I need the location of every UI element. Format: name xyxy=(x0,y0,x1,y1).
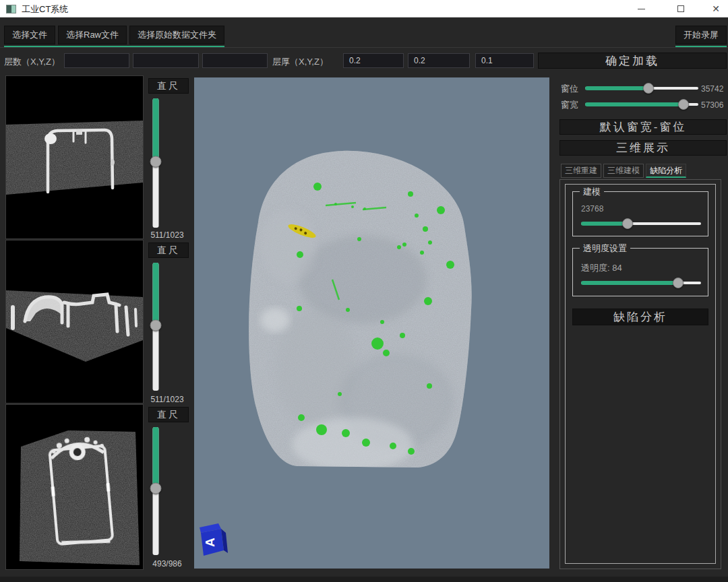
ruler-button-1[interactable]: 直尺 xyxy=(148,78,189,94)
start-record-button[interactable]: 开始录屏 xyxy=(675,26,727,44)
layers-label: 层数（X,Y,Z） xyxy=(4,56,60,68)
app-title: 工业CT系统 xyxy=(22,3,68,15)
slider-fill xyxy=(585,86,648,90)
default-window-button[interactable]: 默认窗宽-窗位 xyxy=(559,119,727,135)
modeling-group-title: 建模 xyxy=(580,186,604,198)
slider-thumb[interactable] xyxy=(150,156,161,168)
app-window: 工业CT系统 ✕ 选择文件 选择Raw文件 选择原始数据文件夹 开始录屏 层数（… xyxy=(0,0,728,582)
tab-3d-modeling[interactable]: 三维建模 xyxy=(603,164,644,178)
tab-3d-reconstruction[interactable]: 三维重建 xyxy=(561,164,601,178)
thickness-x-input[interactable]: 0.2 xyxy=(343,53,404,68)
slider-thumb[interactable] xyxy=(643,83,654,94)
slider-fill xyxy=(581,281,678,285)
layers-y-input[interactable] xyxy=(133,53,199,68)
slider-thumb[interactable] xyxy=(673,278,684,288)
file-toolbar: 选择文件 选择Raw文件 选择原始数据文件夹 xyxy=(4,26,224,47)
slider-thumb[interactable] xyxy=(150,320,161,331)
select-file-button[interactable]: 选择文件 xyxy=(4,26,55,44)
modeling-value: 23768 xyxy=(581,204,603,214)
minimize-icon xyxy=(638,9,645,9)
window-bottom-edge xyxy=(0,577,728,582)
orientation-cube: A xyxy=(200,523,228,556)
select-folder-button[interactable]: 选择原始数据文件夹 xyxy=(129,26,224,44)
opacity-group-title: 透明度设置 xyxy=(580,243,630,255)
layers-z-input[interactable] xyxy=(202,53,268,68)
close-button[interactable]: ✕ xyxy=(704,0,728,18)
slice-position-3: 493/986 xyxy=(143,559,191,569)
app-icon xyxy=(6,5,16,13)
window-width-value: 57306 xyxy=(701,100,723,110)
tab-defect-analysis[interactable]: 缺陷分析 xyxy=(646,164,686,178)
cube-letter: A xyxy=(203,538,217,547)
ct-slice-view-top[interactable] xyxy=(5,75,144,239)
slider-fill xyxy=(152,98,158,162)
slider-thumb[interactable] xyxy=(150,483,161,494)
minimize-button[interactable] xyxy=(629,0,653,18)
slider-thumb[interactable] xyxy=(678,99,689,110)
3d-display-button[interactable]: 三维展示 xyxy=(559,140,727,156)
modeling-group: 建模 23768 xyxy=(572,191,708,236)
defect-analysis-button[interactable]: 缺陷分析 xyxy=(572,309,708,325)
window-width-label: 窗宽 xyxy=(561,99,578,111)
thickness-y-input[interactable]: 0.2 xyxy=(408,53,470,68)
opacity-value-label: 透明度: 84 xyxy=(581,262,622,274)
thickness-z-input[interactable]: 0.1 xyxy=(475,53,534,68)
slice-position-1: 511/1023 xyxy=(143,230,191,240)
record-toolbar: 开始录屏 xyxy=(675,26,727,47)
confirm-load-button[interactable]: 确定加载 xyxy=(538,53,727,69)
maximize-icon xyxy=(677,5,684,12)
ct-slice-view-middle[interactable] xyxy=(5,240,144,403)
opacity-group: 透明度设置 透明度: 84 xyxy=(572,248,708,296)
close-icon: ✕ xyxy=(712,3,720,14)
toolbar-separator xyxy=(0,47,728,48)
select-raw-button[interactable]: 选择Raw文件 xyxy=(58,26,127,44)
slider-fill xyxy=(152,263,158,325)
slice-slider-2[interactable] xyxy=(150,263,161,391)
slice-slider-1[interactable] xyxy=(150,98,161,228)
thickness-label: 层厚（X,Y,Z） xyxy=(272,56,328,68)
slice-slider-3[interactable] xyxy=(150,427,161,555)
slider-fill xyxy=(581,222,628,226)
3d-viewport[interactable]: A xyxy=(194,77,549,569)
ct-slice-view-bottom[interactable] xyxy=(5,404,144,570)
slider-fill xyxy=(585,102,684,106)
slice-position-2: 511/1023 xyxy=(143,395,191,404)
titlebar: 工业CT系统 ✕ xyxy=(0,0,728,18)
window-level-label: 窗位 xyxy=(561,83,578,95)
maximize-button[interactable] xyxy=(669,0,693,18)
slider-fill xyxy=(152,427,158,488)
window-width-slider[interactable] xyxy=(585,100,698,110)
window-level-value: 35742 xyxy=(701,84,723,94)
opacity-slider[interactable] xyxy=(581,278,701,288)
modeling-slider[interactable] xyxy=(581,219,701,229)
window-level-slider[interactable] xyxy=(585,84,698,94)
ruler-button-3[interactable]: 直尺 xyxy=(148,407,189,422)
slider-thumb[interactable] xyxy=(622,218,633,229)
layers-x-input[interactable] xyxy=(64,53,129,68)
tab-page-frame xyxy=(565,184,716,564)
ruler-button-2[interactable]: 直尺 xyxy=(148,243,189,258)
